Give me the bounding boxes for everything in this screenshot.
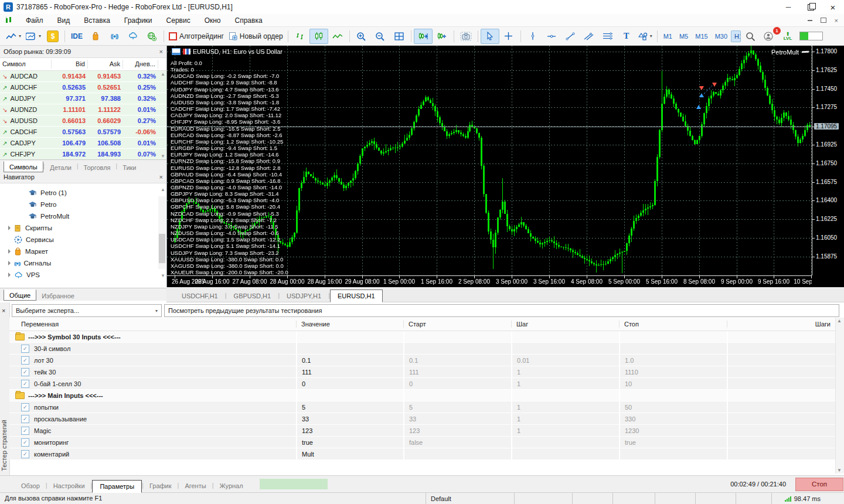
lvl-indicator[interactable]: ⬆LVL	[778, 29, 797, 44]
column-header-3[interactable]: Днев...	[123, 60, 158, 69]
value-cell[interactable]	[296, 343, 403, 354]
algo-trading-button[interactable]: Алготрейдинг	[166, 29, 226, 44]
navigator-item-Скрипты[interactable]: Скрипты	[0, 222, 166, 234]
screenshot-button[interactable]	[457, 29, 475, 44]
column-header-Шаг[interactable]: Шаг	[511, 321, 619, 328]
crosshair-button[interactable]	[499, 29, 518, 44]
close-button[interactable]: ×	[822, 0, 844, 14]
minimize-button[interactable]: ─	[777, 0, 799, 14]
scroll-down-icon[interactable]: ▼	[161, 273, 165, 278]
market-watch-row-AUDNZD[interactable]: ↘AUDNZD1.111011.111220.01%	[0, 104, 166, 115]
checkbox-checked[interactable]: ✓	[21, 450, 29, 458]
channel-button[interactable]	[580, 29, 598, 44]
param-row-30-й-символ[interactable]: ✓30-й символ	[9, 343, 835, 355]
column-header-Шаги[interactable]: Шаги	[727, 321, 835, 328]
child-close-icon[interactable]: ×	[835, 18, 838, 23]
navigator-header[interactable]: Навигатор ×	[0, 171, 166, 183]
stop-cell[interactable]: 330	[619, 413, 727, 424]
menu-Справка[interactable]: Справка	[228, 15, 270, 26]
steps-cell[interactable]	[727, 448, 835, 459]
start-cell[interactable]: false	[403, 437, 511, 448]
checkbox-checked[interactable]: ✓	[21, 438, 29, 447]
menu-Файл[interactable]: Файл	[19, 15, 50, 26]
column-header-Значение[interactable]: Значение	[296, 321, 403, 328]
stop-cell[interactable]: 1.0	[619, 355, 727, 366]
fibonacci-button[interactable]	[598, 29, 617, 44]
notifications-button[interactable]: 1	[760, 29, 778, 44]
stop-cell[interactable]: true	[619, 437, 727, 448]
steps-cell[interactable]	[727, 437, 835, 448]
steps-cell[interactable]	[727, 355, 835, 366]
market-watch-row-AUDJPY[interactable]: ↗AUDJPY97.37197.3880.32%	[0, 93, 166, 104]
expert-select-dropdown[interactable]: Выберите эксперта...▾	[12, 304, 162, 317]
navigator-item-Сигналы[interactable]: ((●))Сигналы	[0, 257, 166, 269]
menu-Вставка[interactable]: Вставка	[77, 15, 117, 26]
chart-tab-EURUSD-H1[interactable]: EURUSD,H1	[330, 290, 383, 302]
navigator-item-Petro-1-[interactable]: Petro (1)	[0, 187, 166, 199]
expert-advisor-icon[interactable]	[802, 50, 809, 55]
connection-status[interactable]: 98.47 ms	[785, 493, 821, 504]
chevron-right-icon[interactable]	[8, 226, 11, 230]
column-header-Старт[interactable]: Старт	[403, 321, 511, 328]
start-cell[interactable]: 0	[403, 378, 511, 389]
stop-cell[interactable]	[619, 343, 727, 354]
child-restore-icon[interactable]	[821, 18, 826, 23]
step-cell[interactable]: 1	[511, 413, 619, 424]
text-tool-button[interactable]: T	[617, 29, 636, 44]
new-order-button[interactable]: Новый ордер	[226, 29, 285, 44]
horizontal-line-button[interactable]	[542, 29, 561, 44]
price-axis[interactable]: 1.178001.176251.174501.172751.170951.169…	[812, 46, 844, 275]
market-watch-row-AUDCAD[interactable]: ↘AUDCAD0.914340.914530.32%	[0, 71, 166, 82]
bars-button[interactable]	[291, 29, 309, 44]
step-cell[interactable]	[511, 343, 619, 354]
candles-button[interactable]	[309, 29, 328, 44]
column-header-2[interactable]: Ask	[88, 60, 123, 69]
value-cell[interactable]: 33	[296, 413, 403, 424]
navigator-item-Маркет[interactable]: Маркет	[0, 246, 166, 257]
steps-cell[interactable]	[727, 343, 835, 354]
start-cell[interactable]: 111	[403, 366, 511, 377]
step-cell[interactable]: 1	[511, 378, 619, 389]
tester-close-icon[interactable]: ×	[2, 307, 5, 314]
zoom-in-button[interactable]	[352, 29, 371, 44]
chevron-right-icon[interactable]	[8, 261, 11, 265]
navigator-close-icon[interactable]: ×	[159, 173, 163, 181]
child-minimize-icon[interactable]	[808, 20, 812, 21]
market-watch-header[interactable]: Обзор рынка: 09:39:09 ×	[0, 46, 166, 58]
start-cell[interactable]	[403, 448, 511, 459]
param-row-проскальзывание[interactable]: ✓проскальзывание33331330	[9, 413, 835, 425]
navigator-tab-Избранное[interactable]: Избранное	[36, 291, 80, 301]
chevron-right-icon[interactable]	[8, 249, 11, 254]
navigator-item-PetroMult[interactable]: PetroMult	[0, 210, 166, 222]
market-watch-row-AUDCHF[interactable]: ↗AUDCHF0.526350.526510.25%	[0, 82, 166, 93]
stop-cell[interactable]	[619, 448, 727, 459]
start-cell[interactable]: 0.1	[403, 355, 511, 366]
ide-button[interactable]: IDE	[67, 29, 86, 44]
column-header-0[interactable]: Символ	[0, 60, 52, 69]
scroll-up-icon[interactable]: ▲	[161, 187, 165, 192]
menu-Графики[interactable]: Графики	[117, 15, 159, 26]
chart-tab-USDJPY-H1[interactable]: USDJPY,H1	[280, 290, 328, 302]
auto-scroll-button[interactable]	[414, 29, 433, 44]
restore-button[interactable]	[799, 0, 822, 14]
value-cell[interactable]: 0	[296, 378, 403, 389]
market-watch-close-icon[interactable]: ×	[159, 48, 163, 55]
steps-cell[interactable]	[727, 378, 835, 389]
trendline-button[interactable]	[561, 29, 580, 44]
param-row-лот-30[interactable]: ✓лот 300.10.10.011.0	[9, 355, 835, 366]
param-row-мониторинг[interactable]: ✓мониторингtruefalsetrue	[9, 437, 835, 448]
value-cell[interactable]: 5	[296, 401, 403, 413]
steps-cell[interactable]	[727, 366, 835, 377]
steps-cell[interactable]	[727, 413, 835, 424]
param-row-0-бай-1-селл-30[interactable]: ✓0-бай 1-селл 3000110	[9, 378, 835, 390]
menu-Сервис[interactable]: Сервис	[159, 15, 198, 26]
navigator-item-VPS[interactable]: VPS	[0, 269, 166, 281]
checkbox-checked[interactable]: ✓	[21, 380, 29, 388]
tester-tab-Агенты[interactable]: Агенты	[179, 479, 212, 492]
step-cell[interactable]: 0.01	[511, 355, 619, 366]
stop-cell[interactable]: 1110	[619, 366, 727, 377]
period-h1[interactable]: H1	[731, 30, 741, 42]
navigator-tab-Общие[interactable]: Общие	[4, 290, 36, 301]
value-cell[interactable]: 111	[296, 366, 403, 377]
param-row-Magic[interactable]: ✓Magic12312311230	[9, 425, 835, 437]
